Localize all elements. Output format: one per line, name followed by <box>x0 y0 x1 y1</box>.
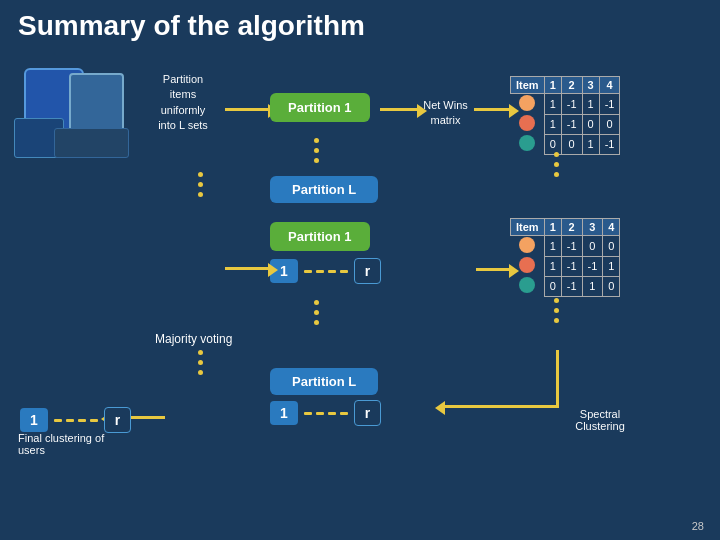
matrix-mid: Item 1 2 3 4 1 -1 0 0 1 -1 -1 1 0 -1 1 0 <box>510 218 620 297</box>
partition-l-box-bottom: Partition L <box>270 368 378 395</box>
partition-to-p1-arrow-top <box>225 108 269 111</box>
item-1-bottom: 1 <box>270 401 298 425</box>
matrix-top: Item 1 2 3 4 1 -1 1 -1 1 -1 0 0 0 0 1 -1 <box>510 76 620 155</box>
partition-l-box-top: Partition L <box>270 176 378 203</box>
partition1-box-top: Partition 1 <box>270 93 370 122</box>
spectral-horiz-arrow <box>444 405 556 408</box>
page-number: 28 <box>692 520 704 532</box>
net-wins-label: Net Wins matrix <box>418 98 473 129</box>
dashes-bottom <box>304 412 348 415</box>
netwins-to-matrix-arrow <box>474 108 510 111</box>
partition1-box-mid: Partition 1 <box>270 222 370 251</box>
majority-voting-label: Majority voting <box>155 332 232 346</box>
devices-image <box>14 68 132 160</box>
p1-to-netwins-arrow <box>380 108 418 111</box>
dashes-mid <box>304 270 348 273</box>
item-r-mid: r <box>354 258 381 284</box>
partition-l-bottom-items: 1 r <box>270 400 381 426</box>
vdots-center-mid <box>314 300 319 325</box>
partition1-mid-items: 1 r <box>270 258 381 284</box>
vdots-left-side <box>198 172 203 197</box>
vdots-center-top <box>314 138 319 163</box>
final-clustering-label: Final clustering of users <box>18 432 108 456</box>
vdots-majority <box>198 350 203 375</box>
vdots-matrix-mid <box>554 298 559 323</box>
final-dashes <box>54 419 98 422</box>
spectral-vert-arrow <box>556 350 559 408</box>
final-item-r: r <box>104 407 131 433</box>
vdots-matrix-top <box>554 152 559 177</box>
final-item-1: 1 <box>20 408 48 432</box>
partition-to-p1-arrow-mid <box>225 267 269 270</box>
partition-items-label: Partition items uniformly into L sets <box>142 72 224 134</box>
final-items: 1 r <box>20 407 131 433</box>
spectral-clustering-label: Spectral Clustering <box>560 408 640 432</box>
item-r-bottom: r <box>354 400 381 426</box>
p1mid-to-matrix-arrow <box>476 268 510 271</box>
page-title: Summary of the algorithm <box>18 10 365 42</box>
